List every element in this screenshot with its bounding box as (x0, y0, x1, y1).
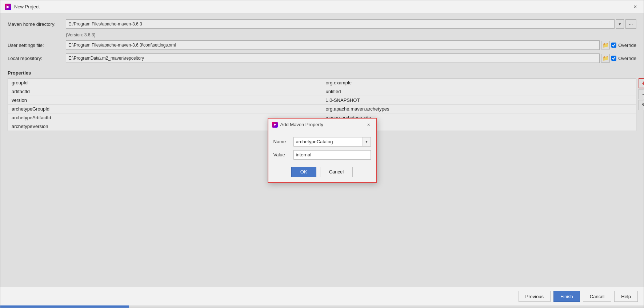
modal-value-input[interactable] (293, 150, 371, 160)
add-maven-property-dialog: ▶ Add Maven Property × Name ▼ Value (268, 118, 377, 183)
modal-value-label: Value (273, 152, 290, 157)
finish-button[interactable]: Finish (553, 291, 580, 302)
modal-name-input-wrap: ▼ (293, 137, 371, 147)
app-icon: ▶ (5, 4, 11, 10)
progress-fill (0, 305, 129, 308)
title-bar: ▶ New Project × (0, 0, 644, 13)
window-close-button[interactable]: × (631, 3, 639, 11)
title-bar-left: ▶ New Project (5, 4, 40, 10)
window-title: New Project (14, 4, 40, 9)
modal-title-left: ▶ Add Maven Property (272, 122, 324, 128)
modal-close-button[interactable]: × (365, 121, 372, 128)
modal-name-dropdown-btn[interactable]: ▼ (363, 137, 371, 147)
main-window: ▶ New Project × Maven home directory: ▼ … (0, 0, 644, 308)
progress-bar (0, 305, 644, 308)
modal-title: Add Maven Property (280, 122, 324, 127)
previous-button[interactable]: Previous (519, 291, 551, 302)
modal-ok-button[interactable]: OK (291, 167, 316, 177)
modal-body: Name ▼ Value (268, 131, 376, 164)
modal-title-bar: ▶ Add Maven Property × (268, 119, 376, 131)
help-button[interactable]: Help (614, 291, 638, 302)
modal-value-input-wrap (293, 150, 371, 160)
cancel-button[interactable]: Cancel (583, 291, 611, 302)
modal-name-row: Name ▼ (273, 137, 371, 147)
modal-value-row: Value (273, 150, 371, 160)
main-content: Maven home directory: ▼ ··· (Version: 3.… (0, 13, 644, 287)
modal-cancel-button[interactable]: Cancel (320, 167, 353, 177)
modal-footer: OK Cancel (268, 164, 376, 182)
modal-icon: ▶ (272, 122, 278, 128)
footer: Previous Finish Cancel Help (0, 287, 644, 305)
modal-overlay: ▶ Add Maven Property × Name ▼ Value (0, 13, 644, 287)
modal-name-input[interactable] (293, 137, 363, 147)
modal-name-label: Name (273, 139, 290, 144)
